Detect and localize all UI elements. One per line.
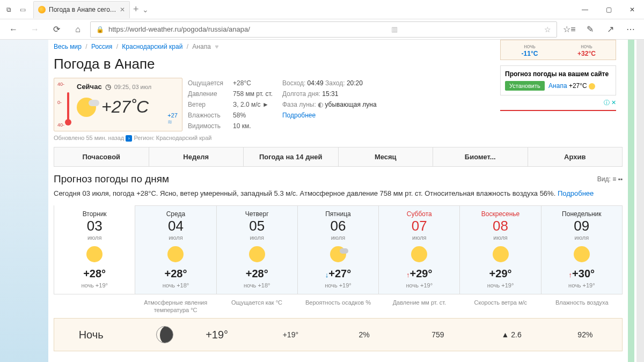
share-icon[interactable]: ↗ [601,20,619,39]
day-night-temp: ночь +19° [56,282,133,289]
day-number: 08 [462,218,538,234]
ad-controls[interactable]: ⓘ ✕ [500,99,616,107]
forecast-tabs: Почасовой Неделя Погода на 14 дней Месяц… [54,147,623,167]
day-name: Пятница [300,210,376,218]
hour-head: Влажность воздуха [541,299,623,314]
close-icon[interactable]: ✕ [120,6,125,13]
titlebar: ⧉ ▭ Погода в Анапе сегодн ✕ + ⌄ — ▢ ✕ [0,0,644,19]
crumb-russia[interactable]: Россия [91,43,112,50]
toolbar: ← → ⟳ ⌂ 🔒 https://world-weather.ru/pogod… [0,19,644,40]
view-toggle[interactable]: Вид: ≡ ▪▪ [597,175,623,183]
scrollbar[interactable] [636,40,644,362]
day-month: июля [56,234,133,241]
day-month: июля [137,234,214,241]
night-precip: 2% [327,330,401,339]
tab-14days[interactable]: Погода на 14 дней [244,147,339,166]
tab-week[interactable]: Неделя [149,147,244,166]
day-name: Среда [137,210,214,218]
day-number: 03 [56,218,133,234]
tab-title: Погода в Анапе сегодн [49,6,116,13]
tab-hourly[interactable]: Почасовой [54,147,149,166]
night-temp: +19° [180,329,254,341]
day-name: Суббота [381,210,457,218]
day-card[interactable]: Воскресенье 08 июля +29° ночь +19° [460,206,541,294]
sun-icon [589,83,595,90]
favlist-icon[interactable]: ☆≡ [560,20,579,39]
promo-city[interactable]: Анапа [548,82,567,90]
day-number: 06 [300,218,376,234]
night-wind: ▲ 2.6 [475,330,548,339]
minimize-button[interactable]: — [573,0,597,19]
reload-button[interactable]: ⟳ [47,20,65,39]
day-temp: ↑+29° [381,268,457,280]
forecast-summary: Сегодня 03 июля, погода +28°C. Ясно, вет… [54,188,623,199]
install-button[interactable]: Установить [505,81,545,91]
night-row: Ночь +19° +19° 2% 759 ▲ 2.6 92% [54,318,623,351]
day-card[interactable]: Пятница 06 июля ↓+27° ночь +19° [298,206,379,294]
now-time: 09:25, 03 июл [114,84,152,90]
pen-icon[interactable]: ✎ [581,20,599,39]
day-month: июля [381,234,457,241]
details-more-link[interactable]: Подробнее [282,112,316,119]
tab-archive[interactable]: Архив [528,147,623,166]
more-icon[interactable]: ⋯ [621,20,640,39]
daily-forecast-row: Вторник 03 июля +28° ночь +19°Среда 04 и… [54,205,623,294]
crumb-region[interactable]: Краснодарский край [122,43,182,50]
day-month: июля [544,234,620,241]
now-label: Сейчас [77,83,102,91]
star-icon[interactable]: ☆ [544,25,551,34]
forward-button[interactable]: → [26,20,44,39]
maximize-button[interactable]: ▢ [597,0,620,19]
day-card[interactable]: Суббота 07 июля ↑+29° ночь +19° [379,206,460,294]
day-weather-icon [249,246,265,262]
thermometer-icon: 40- 0- 40- [57,82,74,128]
day-night-temp: ночь +19° [300,282,376,289]
left-decor [0,40,48,362]
day-temp: ↑+30° [544,268,620,280]
hour-head: Скорость ветра м/с [460,299,541,314]
address-bar[interactable]: 🔒 https://world-weather.ru/pogoda/russia… [90,21,557,38]
night-feels: +19° [254,330,327,339]
tab-group-icon[interactable]: ⧉ [2,3,15,16]
summary-more-link[interactable]: Подробнее [558,189,594,197]
url-text: https://world-weather.ru/pogoda/russia/a… [108,25,250,33]
day-temp: ↓+27° [300,268,376,280]
hourly-header-row: Атмосферные явления температура °CОщущае… [54,294,623,319]
day-weather-icon [167,246,184,262]
weather-sun-icon [77,98,96,117]
day-number: 07 [381,218,457,234]
sidebar-widget: ночь-11°C ночь+32°C Прогноз погоды на ва… [500,40,616,111]
back-button[interactable]: ← [4,20,23,39]
update-line: Обновлено 55 мин. назад › Регион: Красно… [54,135,623,142]
tab-biomet[interactable]: Биомет... [433,147,528,166]
home-button[interactable]: ⌂ [69,20,87,39]
day-night-temp: ночь +19° [462,282,538,289]
promo-title: Прогноз погоды на вашем сайте [505,70,611,78]
crumb-world[interactable]: Весь мир [54,43,82,50]
new-tab-button[interactable]: + [133,4,139,15]
hour-head [54,299,135,314]
forecast-title: Прогноз погоды по дням [54,173,169,185]
day-night-temp: ночь +18° [137,282,214,289]
crumb-city: Анапа [192,43,210,50]
day-card[interactable]: Четверг 05 июля +28° ночь +18° [217,206,298,294]
day-weather-icon [574,246,590,262]
day-temp: +28° [137,268,214,280]
day-card[interactable]: Вторник 03 июля +28° ночь +19° [54,205,135,294]
day-number: 04 [137,218,214,234]
day-card[interactable]: Среда 04 июля +28° ночь +18° [135,206,216,294]
day-weather-icon [411,246,427,262]
day-card[interactable]: Понедельник 09 июля ↑+30° ночь +19° [541,206,622,294]
arrow-badge-icon: › [126,135,132,142]
tab-expand-icon[interactable]: ▭ [16,3,29,16]
heart-icon[interactable]: ♥ [215,43,218,50]
window-close-button[interactable]: ✕ [620,0,644,19]
browser-tab[interactable]: Погода в Анапе сегодн ✕ [33,1,130,18]
tab-month[interactable]: Месяц [339,147,434,166]
day-month: июля [300,234,376,241]
tab-chevron-icon[interactable]: ⌄ [142,5,149,14]
day-weather-icon [86,246,103,262]
day-temp: +28° [219,268,295,280]
reading-icon[interactable]: ▥ [391,25,398,33]
day-name: Понедельник [544,210,620,218]
